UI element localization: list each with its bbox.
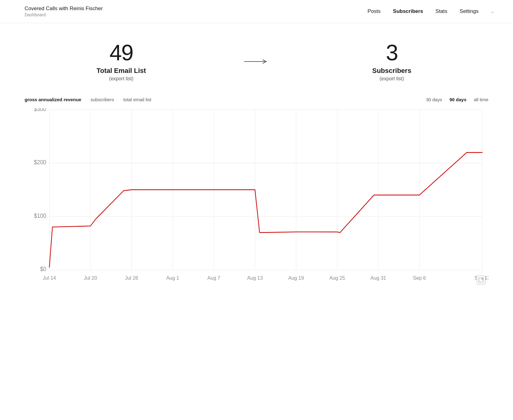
total-email-export[interactable]: (export list) (109, 76, 133, 82)
legend-subscribers[interactable]: subscribers (90, 97, 114, 102)
legend-gross-revenue[interactable]: gross annualized revenue (25, 97, 81, 102)
svg-text:Sep 6: Sep 6 (413, 275, 426, 281)
main-nav: Posts Subscribers Stats Settings ⌄ (368, 8, 495, 14)
svg-text:Jul 14: Jul 14 (43, 275, 56, 281)
subscribers-block: 3 Subscribers (export list) (295, 42, 488, 82)
svg-text:Aug 31: Aug 31 (371, 275, 386, 281)
svg-text:Aug 1: Aug 1 (166, 275, 179, 281)
time-all-time[interactable]: all time (474, 97, 488, 102)
svg-text:Aug 19: Aug 19 (288, 275, 304, 281)
arrow-icon (244, 58, 269, 65)
app-title: Covered Calls with Reinis Fischer (25, 6, 103, 12)
chart-section: gross annualized revenue subscribers tot… (0, 94, 513, 305)
nav-stats[interactable]: Stats (435, 8, 447, 14)
time-30-days[interactable]: 30 days (426, 97, 442, 102)
time-90-days[interactable]: 90 days (449, 97, 466, 102)
arrow-divider (218, 58, 295, 65)
svg-text:Aug 7: Aug 7 (207, 275, 220, 281)
total-email-label: Total Email List (97, 67, 146, 75)
expand-icon[interactable] (477, 276, 485, 284)
nav-subscribers[interactable]: Subscribers (393, 8, 423, 14)
svg-text:Aug 25: Aug 25 (329, 275, 345, 281)
svg-text:Jul 20: Jul 20 (84, 275, 97, 281)
subscribers-label: Subscribers (372, 67, 411, 75)
total-email-number: 49 (109, 42, 133, 64)
app-subtitle: Dashboard (25, 12, 103, 17)
svg-text:$200: $200 (34, 159, 46, 166)
revenue-line (49, 153, 482, 267)
svg-text:Jul 26: Jul 26 (125, 275, 138, 281)
chart-legend: gross annualized revenue subscribers tot… (25, 97, 151, 102)
svg-text:$0: $0 (40, 266, 46, 273)
nav-posts[interactable]: Posts (368, 8, 381, 14)
stats-section: 49 Total Email List (export list) 3 Subs… (0, 23, 513, 94)
legend-total-email-list[interactable]: total email list (123, 97, 151, 102)
total-email-list-block: 49 Total Email List (export list) (25, 42, 218, 82)
header: Covered Calls with Reinis Fischer Dashbo… (0, 0, 513, 23)
chevron-down-icon[interactable]: ⌄ (491, 9, 495, 14)
subscribers-export[interactable]: (export list) (380, 76, 404, 82)
svg-line-32 (481, 278, 483, 280)
chart-controls: gross annualized revenue subscribers tot… (25, 97, 488, 102)
nav-settings[interactable]: Settings (460, 8, 479, 14)
svg-text:$100: $100 (34, 212, 46, 219)
chart-wrapper: $300 $200 $100 $0 Jul 14 Jul 20 Jul 26 A… (25, 108, 488, 293)
subscribers-number: 3 (386, 42, 398, 64)
header-branding: Covered Calls with Reinis Fischer Dashbo… (25, 6, 103, 17)
svg-text:Aug 13: Aug 13 (247, 275, 263, 281)
svg-text:$300: $300 (34, 108, 46, 112)
chart-svg: $300 $200 $100 $0 Jul 14 Jul 20 Jul 26 A… (25, 108, 488, 293)
time-controls: 30 days 90 days all time (426, 97, 488, 102)
